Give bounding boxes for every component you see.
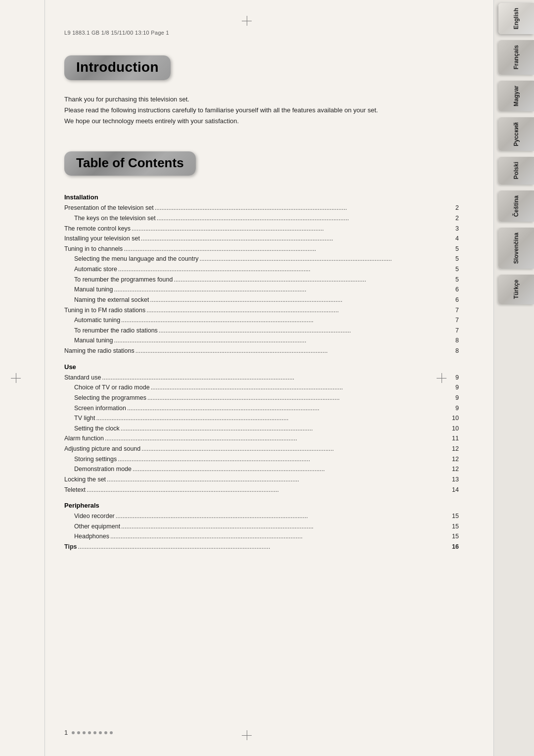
toc-entry-0-8: Manual tuning ..........................… (64, 284, 459, 295)
toc-entry-label: Alarm function (64, 433, 104, 444)
toc-entry-dots: ........................................… (132, 464, 450, 474)
sidebar-tab-magyar[interactable]: Magyar (498, 81, 534, 111)
toc-entry-1-7: Adjusting picture and sound ............… (64, 444, 459, 454)
toc-entry-page: 7 (450, 305, 459, 316)
left-margin-line (44, 0, 45, 756)
toc-entry-dots: ........................................… (104, 433, 450, 444)
page-dot-7 (104, 731, 107, 734)
page-number-area: 1 (64, 729, 113, 736)
toc-entry-label: Manual tuning (74, 335, 113, 346)
sidebar-tab-cestina[interactable]: Čeština (498, 190, 534, 222)
toc-entry-label: To renumber the radio stations (74, 326, 158, 336)
toc-entry-page: 12 (450, 454, 459, 465)
sidebar-tab-label-magyar: Magyar (513, 86, 520, 106)
toc-entry-label: Automatic tuning (74, 315, 120, 326)
toc-entry-page: 9 (450, 403, 459, 414)
toc-entry-dots: ........................................… (134, 346, 450, 356)
sidebar-tab-slovencina[interactable]: Slovenčina (498, 228, 534, 269)
intro-para3: We hope our technology meets entirely wi… (64, 116, 459, 127)
toc-entry-page: 7 (450, 326, 459, 336)
toc-entry-label: Manual tuning (74, 284, 113, 295)
sidebar-tab-polski[interactable]: Polski (498, 157, 534, 184)
toc-section-title-installation: Installation (64, 193, 459, 201)
toc-entry-label: Selecting the menu language and the coun… (74, 254, 199, 264)
right-crosshair (437, 373, 446, 383)
sidebar-tab-turkce[interactable]: Türkçe (498, 275, 534, 304)
toc-entry-page: 15 (450, 531, 459, 542)
toc-entry-page: 12 (450, 444, 459, 454)
toc-entry-1-6: Alarm function .........................… (64, 433, 459, 444)
toc-entry-1-4: TV light ...............................… (64, 413, 459, 424)
introduction-title: Introduction (76, 59, 159, 75)
toc-entry-page: 2 (450, 203, 459, 213)
toc-entry-dots: ........................................… (123, 244, 450, 254)
toc-entry-page: 6 (450, 295, 459, 305)
toc-entry-page: 15 (450, 521, 459, 532)
toc-entry-label: Automatic store (74, 264, 117, 275)
toc-entry-dots: ........................................… (145, 305, 450, 316)
intro-text-block: Thank you for purchasing this television… (64, 94, 459, 127)
toc-entry-1-11: Teletext ...............................… (64, 485, 459, 495)
toc-entry-dots: ........................................… (149, 295, 450, 305)
toc-entry-label: Naming the radio stations (64, 346, 134, 356)
toc-entry-label: Tuning in to FM radio stations (64, 305, 145, 316)
toc-entry-page: 14 (450, 485, 459, 495)
toc-entry-0-11: Automatic tuning .......................… (64, 315, 459, 326)
sidebar-tab-label-francais: Français (513, 45, 520, 69)
toc-entry-1-10: Locking the set ........................… (64, 474, 459, 485)
toc-entry-1-5: Setting the clock ......................… (64, 424, 459, 434)
toc-entry-label: Headphones (74, 531, 109, 542)
toc-entry-dots: ........................................… (106, 474, 450, 485)
toc-entry-dots: ........................................… (154, 203, 450, 213)
toc-entry-page: 5 (450, 244, 459, 254)
toc-entry-2-2: Headphones .............................… (64, 531, 459, 542)
sidebar-tab-francais[interactable]: Français (498, 40, 534, 74)
toc-entry-dots: ........................................… (86, 485, 450, 495)
toc-entry-page: 13 (450, 474, 459, 485)
bottom-crosshair (242, 730, 252, 740)
toc-entry-1-2: Selecting the programmes ...............… (64, 393, 459, 403)
page-number: 1 (64, 729, 68, 736)
sidebar-tab-english[interactable]: English (498, 3, 534, 34)
toc-entry-dots: ........................................… (131, 224, 450, 234)
toc-entry-label: Video recorder (74, 511, 115, 521)
toc-entry-2-3: Tips ...................................… (64, 542, 459, 552)
page-dot-4 (88, 731, 91, 734)
toc-entry-label: Naming the external socket (74, 295, 149, 305)
toc-entry-label: Adjusting picture and sound (64, 444, 140, 454)
intro-para2: Please read the following instructions c… (64, 105, 459, 116)
sidebar-tab-label-polski: Polski (513, 162, 520, 179)
sidebar-tab-label-slovencina: Slovenčina (513, 233, 520, 264)
sidebar-tab-label-russian: Русский (513, 122, 520, 146)
toc-entry-1-1: Choice of TV or radio mode .............… (64, 382, 459, 393)
toc-entry-page: 6 (450, 284, 459, 295)
sidebar-tab-russian[interactable]: Русский (498, 117, 534, 151)
toc-entry-dots: ........................................… (150, 382, 450, 393)
toc-entry-page: 9 (450, 393, 459, 403)
page-dot-5 (93, 731, 96, 734)
toc-entry-2-0: Video recorder .........................… (64, 511, 459, 521)
toc-entry-dots: ........................................… (173, 275, 450, 285)
toc-entry-dots: ........................................… (146, 393, 450, 403)
toc-entry-page: 16 (450, 542, 459, 552)
toc-entry-page: 10 (450, 424, 459, 434)
header-meta: L9 1883.1 GB 1/8 15/11/00 13:10 Page 1 (64, 30, 459, 36)
toc-entry-page: 11 (450, 433, 459, 444)
toc-block: InstallationPresentation of the televisi… (64, 193, 459, 552)
toc-entry-0-4: Tuning in to channels ..................… (64, 244, 459, 254)
toc-entry-label: Other equipment (74, 521, 120, 532)
toc-entry-0-12: To renumber the radio stations .........… (64, 326, 459, 336)
toc-entry-page: 4 (450, 234, 459, 244)
sidebar-tab-label-cestina: Čeština (513, 195, 520, 217)
toc-entry-page: 7 (450, 315, 459, 326)
toc-entry-dots: ........................................… (115, 511, 450, 521)
main-content: L9 1883.1 GB 1/8 15/11/00 13:10 Page 1 I… (0, 0, 493, 756)
toc-entry-page: 9 (450, 373, 459, 383)
toc-entry-dots: ........................................… (95, 413, 450, 424)
toc-entry-label: Locking the set (64, 474, 106, 485)
page-dot-8 (110, 731, 113, 734)
toc-entry-1-0: Standard use ...........................… (64, 373, 459, 383)
page-dot-6 (99, 731, 102, 734)
toc-entry-0-10: Tuning in to FM radio stations .........… (64, 305, 459, 316)
toc-section-title-use: Use (64, 363, 459, 371)
